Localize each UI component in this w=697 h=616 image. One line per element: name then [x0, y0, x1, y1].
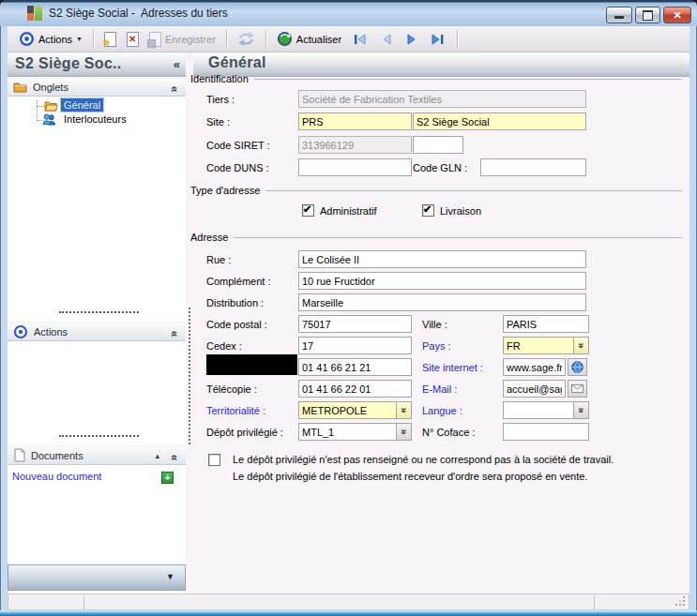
documents-section-title: Documents [31, 450, 83, 461]
site-internet-label[interactable]: Site internet : [422, 362, 483, 373]
new-record-button[interactable]: ★ [101, 30, 119, 49]
coface-field[interactable] [503, 423, 589, 441]
refresh-button[interactable]: Actualiser [274, 29, 344, 49]
tiers-label: Tiers : [206, 94, 235, 105]
depot-privilegie-field[interactable] [298, 423, 412, 441]
territorialite-label[interactable]: Territorialité : [206, 405, 265, 416]
pays-label[interactable]: Pays : [422, 340, 451, 352]
title-bar[interactable]: S2 Siège Social - Adresses du tiers ✕ [0, 0, 697, 26]
code-duns-label: Code DUNS : [206, 162, 269, 173]
actions-menu-button[interactable]: Actions ▼ [16, 29, 85, 49]
site-name-field[interactable] [413, 113, 586, 130]
code-duns-field[interactable] [298, 158, 412, 176]
nav-next-button[interactable] [402, 30, 422, 49]
onglets-section-header[interactable]: Onglets « [8, 78, 186, 97]
sidebar-item-interlocuteurs[interactable]: Interlocuteurs [61, 113, 129, 126]
onglets-section-title: Onglets [33, 82, 68, 93]
collapse-section-icon[interactable]: « [169, 331, 182, 338]
people-icon [42, 113, 55, 126]
langue-dropdown-button[interactable]: » [573, 401, 589, 419]
save-button[interactable]: Enregistrer [146, 30, 219, 49]
sidebar-overflow-bar[interactable]: ▼ [8, 564, 186, 591]
complement-label: Complément : [206, 276, 270, 287]
administratif-checkbox[interactable] [302, 204, 314, 217]
splitter-handle[interactable] [59, 311, 139, 313]
first-record-icon [352, 32, 369, 47]
tree-line [37, 100, 38, 121]
livraison-checkbox[interactable] [422, 204, 434, 217]
telecopie-field[interactable] [298, 380, 412, 398]
window-border-left [0, 26, 8, 610]
nav-last-button[interactable] [427, 30, 449, 49]
tree-line [37, 106, 44, 107]
complement-field[interactable] [298, 272, 586, 290]
code-gln-field[interactable] [480, 158, 586, 176]
actions-section-header[interactable]: Actions « [8, 322, 186, 341]
actions-bullseye-icon [13, 324, 28, 339]
administratif-label: Administratif [320, 205, 377, 217]
open-website-button[interactable] [568, 358, 587, 376]
app-icon [27, 6, 42, 21]
distribution-field[interactable] [298, 293, 586, 311]
langue-label[interactable]: Langue : [422, 405, 462, 416]
site-internet-field[interactable] [503, 358, 566, 376]
coface-label: N° Coface : [422, 427, 475, 438]
splitter-handle[interactable] [59, 435, 139, 437]
nav-previous-button[interactable] [376, 30, 397, 49]
toolbar-separator [457, 30, 458, 49]
toolbar: Actions ▼ ★ ✕ Enregistrer [8, 26, 689, 53]
adresse-legend: Adresse [190, 232, 682, 243]
panel-splitter[interactable] [189, 308, 190, 444]
chevron-down-icon: ▼ [76, 36, 83, 42]
window-title: S2 Siège Social - Adresses du tiers [49, 0, 228, 26]
add-document-button[interactable]: + [161, 472, 174, 484]
resize-grip[interactable] [683, 604, 685, 606]
site-label: Site : [206, 116, 230, 128]
minimize-button[interactable] [606, 7, 632, 23]
ville-label: Ville : [422, 319, 447, 330]
telecopie-label: Télécopie : [206, 383, 257, 395]
collapse-sidebar-icon[interactable]: « [174, 57, 180, 71]
telephone-field[interactable] [298, 358, 412, 376]
email-field[interactable] [503, 380, 566, 398]
sidebar-header: S2 Siège Soc.. « [8, 53, 186, 77]
code-siret-extra-field[interactable] [413, 136, 463, 154]
territorialite-field[interactable] [298, 401, 412, 419]
sidebar-item-general[interactable]: Général [61, 98, 103, 112]
collapse-section-icon[interactable]: « [169, 455, 182, 461]
toolbar-separator [265, 30, 266, 49]
documents-section-header[interactable]: Documents ▴ « [8, 445, 186, 465]
depot-warning-checkbox[interactable] [208, 454, 220, 466]
delete-record-button[interactable]: ✕ [124, 30, 142, 49]
actions-section-title: Actions [34, 326, 68, 338]
depot-warning-line2: Le dépôt privilégié de l'établissement r… [233, 471, 587, 482]
scroll-up-icon[interactable]: ▴ [155, 451, 159, 460]
collapse-section-icon[interactable]: « [169, 86, 182, 93]
window-border-right [689, 26, 697, 610]
code-gln-label: Code GLN : [413, 162, 467, 173]
send-email-button[interactable] [568, 380, 587, 398]
email-label[interactable]: E-Mail : [422, 383, 457, 395]
ville-field[interactable] [503, 315, 589, 333]
code-postal-field[interactable] [298, 315, 412, 333]
pays-dropdown-button[interactable]: » [573, 337, 589, 354]
close-button[interactable]: ✕ [663, 7, 691, 23]
territorialite-dropdown-button[interactable]: » [396, 401, 412, 419]
cedex-field[interactable] [298, 337, 412, 354]
sync-button[interactable] [235, 29, 258, 49]
maximize-button[interactable] [635, 7, 660, 23]
status-divider [83, 595, 84, 609]
depot-warning-line1: Le dépôt privilégié n'est pas renseigné … [233, 454, 614, 465]
rue-field[interactable] [298, 250, 586, 268]
previous-record-icon [379, 32, 394, 47]
redacted-label [206, 354, 297, 375]
identification-legend: Identification [190, 73, 682, 84]
toolbar-separator [226, 30, 227, 49]
nav-first-button[interactable] [349, 30, 371, 49]
window-border-bottom [0, 610, 697, 616]
page-title: Général [208, 54, 266, 71]
site-code-field[interactable] [298, 113, 412, 130]
overflow-arrow-icon: ▼ [166, 572, 174, 581]
depot-dropdown-button[interactable]: » [396, 423, 412, 441]
new-document-link[interactable]: Nouveau document [12, 471, 101, 482]
